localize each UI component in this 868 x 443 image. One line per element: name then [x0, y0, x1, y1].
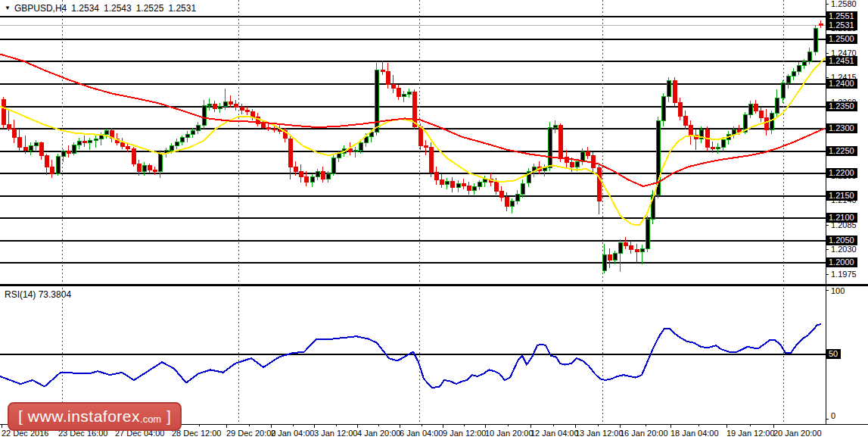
bear-candle: [261, 123, 265, 128]
bull-candle: [34, 143, 38, 146]
price-level-badge: 1.2050: [826, 236, 857, 245]
bull-candle: [602, 254, 606, 270]
bull-candle: [29, 145, 33, 150]
bear-candle: [629, 246, 633, 250]
bear-candle: [304, 177, 308, 183]
bear-candle: [120, 143, 124, 147]
bear-candle: [759, 111, 763, 117]
bear-candle: [17, 138, 21, 148]
bull-candle: [331, 158, 335, 173]
bull-candle: [175, 142, 179, 146]
symbol-dropdown-icon[interactable]: ▼: [5, 5, 11, 11]
bull-candle: [786, 76, 790, 83]
bull-candle: [667, 80, 670, 96]
bear-candle: [440, 180, 443, 185]
bear-candle: [673, 80, 677, 103]
time-axis-label: 12 Jan 04:00: [530, 429, 579, 438]
logo-bracket-right: ]: [161, 408, 176, 426]
bear-candle: [321, 171, 325, 179]
bear-candle: [386, 72, 390, 85]
rsi-scale-label: 0: [831, 411, 835, 420]
bear-candle: [711, 148, 714, 149]
bear-candle: [288, 139, 292, 167]
bull-candle: [56, 157, 60, 173]
bear-candle: [23, 148, 27, 151]
bear-candle: [597, 168, 601, 201]
bull-candle: [543, 168, 546, 171]
bear-candle: [505, 198, 509, 207]
bull-candle: [142, 165, 146, 171]
bull-candle: [326, 173, 330, 179]
bull-candle: [661, 97, 665, 121]
bull-candle: [515, 194, 519, 201]
price-level-badge: 1.2100: [826, 213, 857, 223]
time-axis-label: 3 Jan 12:00: [314, 429, 358, 438]
bull-candle: [775, 98, 779, 114]
bear-candle: [683, 117, 687, 126]
bull-candle: [618, 243, 622, 254]
bull-candle: [548, 128, 552, 168]
bull-candle: [613, 253, 617, 260]
bear-candle: [467, 186, 471, 191]
bull-candle: [196, 125, 200, 130]
bear-candle: [229, 102, 232, 105]
bear-candle: [234, 105, 238, 108]
price-level-badge: 1.2350: [826, 101, 857, 111]
bear-candle: [450, 182, 454, 188]
bull-candle: [807, 52, 811, 62]
close-value: 1.2531: [168, 3, 196, 14]
bull-candle: [88, 141, 92, 143]
bear-candle: [424, 145, 428, 147]
bear-candle: [82, 142, 86, 143]
bull-candle: [721, 140, 725, 148]
time-axis-label: 4 Jan 20:00: [357, 429, 401, 438]
bull-candle: [781, 83, 785, 98]
mt4-chart-window: ▼GBPUSD,H41.25341.25431.25251.2531 RSI(1…: [0, 0, 868, 443]
bull-candle: [456, 183, 460, 188]
bear-candle: [434, 173, 438, 180]
bear-candle: [39, 143, 43, 156]
time-axis-label: 2 Jan 04:00: [271, 429, 315, 438]
rsi-indicator-label: RSI(14) 73.3804: [5, 289, 71, 300]
price-level-badge: 1.2000: [826, 257, 857, 267]
bull-candle: [170, 145, 173, 150]
bull-candle: [802, 62, 806, 66]
bear-candle: [126, 147, 129, 149]
bull-candle: [797, 65, 801, 71]
bull-candle: [218, 107, 222, 109]
open-value: 1.2534: [71, 3, 99, 14]
bull-candle: [510, 201, 514, 207]
bull-candle: [94, 139, 98, 141]
price-chart-canvas[interactable]: [0, 0, 868, 443]
bull-candle: [553, 125, 557, 128]
price-grid-label: 1.1975: [831, 270, 857, 279]
time-axis-label: 10 Jan 20:00: [485, 429, 534, 438]
bear-candle: [381, 70, 384, 71]
bull-candle: [521, 183, 524, 194]
panel-separator[interactable]: [0, 284, 868, 286]
logo-text-com: .com: [140, 413, 161, 429]
time-axis-label: 6 Jan 04:00: [400, 429, 443, 438]
bull-candle: [732, 129, 736, 134]
bear-candle: [2, 100, 5, 124]
bear-candle: [494, 183, 498, 192]
bear-candle: [737, 129, 741, 132]
time-axis-label: 18 Jan 04:00: [670, 429, 719, 438]
price-level-badge: 1.2451: [826, 56, 857, 66]
bear-candle: [12, 129, 16, 138]
bear-candle: [624, 243, 627, 246]
bull-candle: [353, 150, 357, 151]
bull-candle: [202, 105, 206, 125]
bear-candle: [7, 124, 11, 129]
ma-fast-yellow: [0, 58, 826, 226]
time-axis-label: 9 Jan 12:00: [443, 429, 487, 438]
bull-candle: [748, 104, 752, 114]
bear-candle: [67, 151, 70, 154]
bear-candle: [764, 117, 768, 129]
bear-candle: [50, 167, 54, 173]
price-level-badge: 1.2531: [826, 20, 857, 30]
price-grid-label: 1.2580: [831, 0, 857, 8]
instaforex-watermark: [www.instaforex.com]: [8, 402, 182, 431]
low-value: 1.2525: [136, 3, 164, 14]
bear-candle: [240, 108, 244, 111]
